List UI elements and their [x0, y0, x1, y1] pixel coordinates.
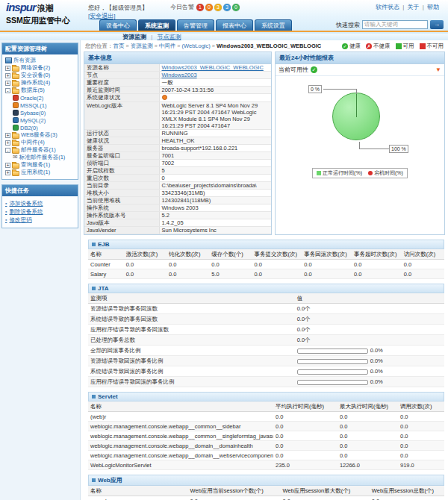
tree-item-10[interactable]: +WEB服务器(3) — [4, 131, 77, 139]
tree-item-1[interactable]: +网络设备(2) — [4, 64, 77, 72]
info-row-8: 服务器broada-support*192.168.0.221 — [84, 145, 271, 152]
info-value-link[interactable]: Windows2003_WEBLOGIC_WEBLOGIC — [162, 64, 264, 71]
tree-item-3[interactable]: +操作系统(4) — [4, 79, 77, 87]
basic-info-title: 基本信息 — [84, 52, 271, 64]
alarm-badge-0[interactable]: 1 — [196, 4, 204, 11]
section-header-jta: JTA — [88, 284, 444, 293]
column-header: 名称 — [88, 401, 273, 412]
tree-expander-icon[interactable]: + — [5, 81, 10, 86]
tree-item-9[interactable]: DB2(0) — [4, 124, 77, 131]
info-row-15: 当前使用堆栈124302841(118MB) — [84, 197, 271, 204]
info-key: 重启次数 — [84, 175, 159, 182]
quick-task-1[interactable]: ▪删除设备系统 — [5, 207, 75, 216]
tree-item-12[interactable]: -邮件服务器(1) — [4, 146, 77, 154]
tree-expander-icon[interactable]: + — [5, 170, 10, 175]
row-name: 系统错误导致回滚的事务比例 — [88, 366, 295, 377]
tree-expander-icon[interactable]: + — [5, 73, 10, 78]
info-value: RUNNING — [159, 130, 271, 137]
alarm-badge-2[interactable]: 3 — [214, 4, 222, 11]
info-row-10: 侦听端口7002 — [84, 160, 271, 167]
info-key: 资源名称 — [84, 64, 159, 72]
info-row-13: 当前目录C:\bea\user_projects\domains\broada\ — [84, 182, 271, 190]
tab-3[interactable]: 报表中心 — [216, 19, 253, 31]
cell: 0.0 — [337, 441, 398, 451]
top-link-2[interactable]: 帮助 — [427, 4, 439, 10]
user-greeting: 您好，【超级管理员】 — [88, 4, 148, 12]
search-input[interactable] — [362, 20, 428, 29]
resource-tree: 所有资源+网络设备(2)+安全设备(0)+操作系统(4)-数据库(5)Oracl… — [2, 54, 78, 179]
tree-item-8[interactable]: MySQL(2) — [4, 116, 77, 124]
cell: 0.0 — [370, 496, 444, 500]
tree-item-0[interactable]: 所有资源 — [4, 57, 77, 64]
tree-item-label: MySQL(2) — [20, 117, 46, 124]
section-title-webapp: Web应用 — [98, 476, 122, 484]
folder-icon — [12, 149, 19, 154]
folder-icon — [12, 134, 19, 139]
quick-task-0[interactable]: ▪添加设备系统 — [5, 199, 75, 207]
row-name: 应用程序错误导致回滚的事务比例 — [88, 377, 295, 387]
filter-icon[interactable]: ▼ — [435, 67, 441, 73]
row-name: 资源错误导致回滚的事务比例 — [88, 356, 295, 366]
section-bullet-icon — [92, 478, 96, 482]
main-area: 您的位置：首页»资源监测»中间件»(WebLogic)»Windows2003_… — [81, 40, 448, 500]
folder-icon — [12, 89, 19, 94]
tree-item-15[interactable]: +应用系统(1) — [4, 169, 77, 176]
alarm-label: 今日告警 — [170, 3, 194, 11]
cell: 0.0 — [273, 422, 337, 431]
alarm-badge-1[interactable]: 0 — [205, 4, 213, 11]
nav-tabs: 设备中心系统监测告警管理报表中心系统设置 — [99, 19, 292, 31]
folder-icon — [12, 141, 19, 146]
quick-task-2[interactable]: ▪修改密码 — [5, 216, 75, 224]
tree-item-2[interactable]: +安全设备(0) — [4, 72, 77, 79]
tree-expander-icon[interactable]: + — [5, 163, 10, 168]
info-value-link[interactable]: Windows2003 — [162, 72, 197, 78]
breadcrumb-link-1[interactable]: 资源监测 — [131, 43, 153, 49]
info-key: 健康状况 — [84, 137, 159, 145]
tab-4[interactable]: 系统设置 — [255, 19, 292, 31]
tree-item-label: 应用系统(1) — [21, 169, 50, 176]
top-link-1[interactable]: 关于 — [407, 4, 419, 10]
info-value: 一般 — [159, 79, 271, 87]
tab-2[interactable]: 告警管理 — [177, 19, 214, 31]
tree-expander-icon[interactable]: - — [5, 148, 10, 153]
tree-item-13[interactable]: ✉标准邮件服务器(1) — [4, 154, 77, 161]
tree-expander-icon[interactable]: + — [5, 66, 10, 71]
breadcrumb-link-3[interactable]: (WebLogic) — [182, 43, 211, 49]
tree-expander-icon[interactable]: + — [5, 140, 10, 146]
tree-item-7[interactable]: Sybase(0) — [4, 109, 77, 116]
column-header: 事务超时次数(次) — [352, 249, 402, 260]
tree-item-4[interactable]: -数据库(5) — [4, 87, 77, 94]
alarm-badge-3[interactable]: 3 — [223, 4, 231, 11]
availability-pie-chart: 0 % 100 % — [276, 76, 444, 167]
info-row-14: 堆栈大小33423346(31MB) — [84, 190, 271, 197]
tree-expander-icon[interactable]: - — [5, 88, 10, 93]
folder-icon — [12, 171, 19, 176]
info-value: Windows 2003 — [159, 204, 271, 212]
subnav-link-0[interactable]: 资源监测 — [122, 34, 146, 40]
top-links: 软件状态 | 关于 | 帮助 — [374, 3, 441, 11]
pie-leader-line-up2 — [359, 142, 360, 149]
breadcrumb-link-0[interactable]: 首页 — [113, 43, 125, 49]
availability-ok-icon: ✓ — [311, 66, 317, 73]
alarm-badge-4[interactable]: 0 — [232, 4, 240, 11]
brand-logo: inspur — [6, 1, 36, 13]
cell: 0.0 — [398, 441, 444, 451]
subnav-link-1[interactable]: 节点监测 — [158, 34, 181, 40]
tab-1[interactable]: 系统监测 — [138, 19, 175, 31]
folder-icon — [12, 163, 19, 169]
tree-item-6[interactable]: MSSQL(1) — [4, 101, 77, 109]
search-go-button[interactable]: → — [430, 20, 444, 29]
tab-0[interactable]: 设备中心 — [99, 19, 137, 31]
tree-expander-icon[interactable]: + — [5, 133, 10, 138]
tree-item-5[interactable]: Oracle(2) — [4, 94, 77, 101]
info-value: WebLogic Server 8.1 SP4 Mon Nov 29 16:21… — [159, 102, 271, 130]
tree-item-11[interactable]: +中间件(4) — [4, 139, 77, 146]
table-header-row: 监测项值 — [88, 293, 444, 304]
breadcrumb-link-2[interactable]: 中间件 — [159, 43, 176, 49]
top-link-0[interactable]: 软件状态 — [376, 4, 399, 10]
sub-nav: 资源监测 | 节点监测 — [0, 34, 448, 40]
cell: 0.0 — [273, 441, 337, 451]
db-brand-icon — [13, 102, 19, 108]
tree-item-14[interactable]: +查询服务(1) — [4, 161, 77, 169]
section-header-ejb: EJB — [88, 240, 444, 249]
